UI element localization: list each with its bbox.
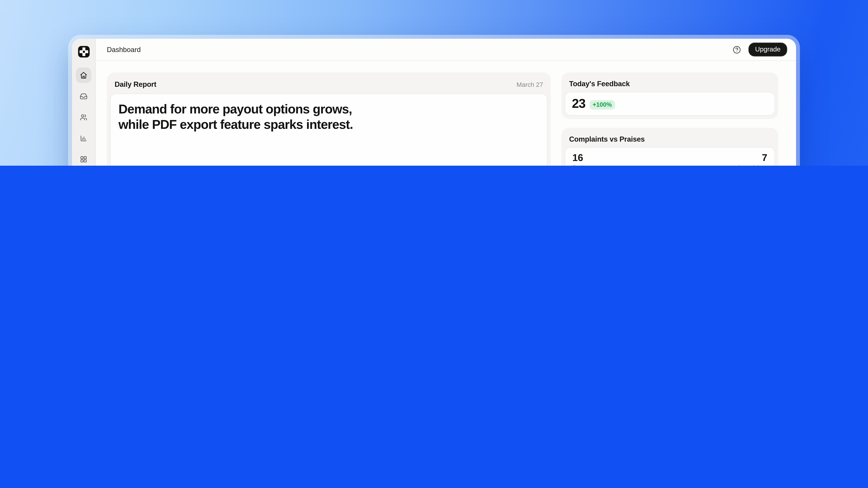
- sidebar: [72, 39, 96, 166]
- upgrade-button[interactable]: Upgrade: [748, 43, 787, 57]
- todays-feedback-title: Today's Feedback: [569, 79, 630, 88]
- sidebar-item-analytics[interactable]: [76, 131, 91, 146]
- praises-label: Praises: [572, 164, 593, 166]
- complaints-label: Complaints: [737, 164, 767, 166]
- grid-apps-icon: [80, 156, 87, 163]
- daily-report-title: Daily Report: [115, 80, 156, 89]
- daily-report-panel: Demand for more payout options grows, wh…: [110, 94, 548, 166]
- help-circle-icon: [733, 45, 742, 54]
- complaints-count: 7: [762, 152, 767, 164]
- breadcrumb: Dashboard: [107, 46, 141, 53]
- sidebar-item-inbox[interactable]: [76, 89, 91, 104]
- inbox-icon: [80, 92, 87, 100]
- sidebar-item-home[interactable]: [76, 67, 91, 83]
- feedback-count: 23: [572, 96, 585, 111]
- complaints-vs-praises-card: Complaints vs Praises 16 7 Praises Compl…: [561, 128, 778, 166]
- help-button[interactable]: [732, 45, 742, 54]
- app-logo-icon[interactable]: [78, 46, 90, 58]
- daily-report-headline: Demand for more payout options grows, wh…: [111, 94, 376, 132]
- home-icon: [80, 71, 87, 79]
- desktop-background: Dashboard Upgrade Daily Report March 27: [0, 0, 868, 166]
- users-icon: [80, 113, 87, 121]
- cvp-title: Complaints vs Praises: [569, 135, 645, 143]
- content-area: Daily Report March 27 Demand for more pa…: [96, 61, 796, 166]
- bar-chart-icon: [80, 134, 87, 142]
- main-area: Dashboard Upgrade Daily Report March 27: [96, 39, 796, 166]
- app-window: Dashboard Upgrade Daily Report March 27: [72, 39, 796, 166]
- daily-report-date: March 27: [517, 81, 543, 88]
- feedback-delta-badge: +100%: [589, 100, 615, 109]
- topbar: Dashboard Upgrade: [96, 39, 796, 61]
- sidebar-item-apps[interactable]: [76, 152, 91, 166]
- praises-count: 16: [572, 152, 583, 164]
- daily-report-card: Daily Report March 27 Demand for more pa…: [107, 72, 551, 166]
- right-column: Today's Feedback 23 +100% Complaints vs …: [561, 72, 778, 166]
- todays-feedback-card: Today's Feedback 23 +100%: [561, 72, 778, 119]
- sidebar-item-users[interactable]: [76, 109, 91, 125]
